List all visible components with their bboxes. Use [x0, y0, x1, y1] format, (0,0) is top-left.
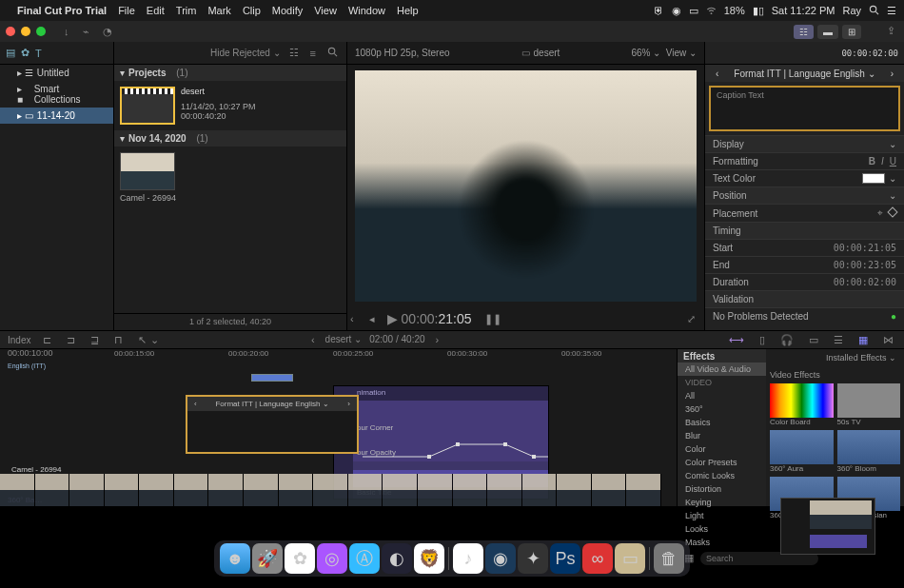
libraries-icon[interactable]: ▤	[6, 47, 15, 59]
dock-appstore[interactable]: Ⓐ	[349, 543, 380, 574]
timeline-project-name[interactable]: desert ⌄	[325, 334, 363, 345]
effect-thumb[interactable]	[770, 430, 834, 464]
caption-role-popup[interactable]: ‹ Format ITT | Language English ⌄ ›	[186, 395, 359, 454]
control-center-icon[interactable]: ☰	[887, 5, 896, 17]
solo-icon[interactable]: ▭	[806, 334, 821, 346]
battery-icon[interactable]: ▮▯	[753, 5, 764, 17]
keyframe-icon[interactable]	[887, 206, 897, 217]
fx-cat-colorpresets[interactable]: Color Presets	[678, 456, 766, 469]
timeline-history-fwd[interactable]: ›	[433, 334, 442, 345]
share-icon[interactable]: ⇪	[884, 25, 898, 39]
search-icon[interactable]	[869, 5, 879, 17]
fx-cat-masks[interactable]: Masks	[678, 536, 766, 549]
smart-collections[interactable]: ▸ ■ Smart Collections	[0, 81, 113, 108]
transitions-browser-icon[interactable]: ⋈	[880, 334, 896, 346]
caption-clip[interactable]	[251, 374, 293, 382]
menu-clip[interactable]: Clip	[243, 5, 261, 16]
role-prev[interactable]: ‹	[191, 400, 200, 408]
timeline-history-back[interactable]: ‹	[308, 334, 318, 345]
position-header[interactable]: Position⌄	[705, 186, 904, 204]
fx-cat-360[interactable]: 360°	[678, 402, 766, 416]
formatting-row[interactable]: FormattingB I U	[705, 152, 904, 169]
minimize-window[interactable]	[21, 27, 30, 36]
timeline-index-button[interactable]: Index	[8, 335, 30, 345]
titles-sidebar-icon[interactable]: T	[35, 48, 42, 59]
clock[interactable]: Sat 11:22 PM	[772, 5, 835, 16]
menu-modify[interactable]: Modify	[272, 5, 303, 16]
photos-sidebar-icon[interactable]: ✿	[21, 47, 29, 59]
display-header[interactable]: Display⌄	[705, 135, 904, 152]
dock-cc[interactable]: ∞	[582, 543, 613, 574]
validation-header[interactable]: Validation	[705, 290, 904, 307]
dock-fcp[interactable]: ✦	[518, 543, 548, 574]
append-clip-icon[interactable]: ⊒	[88, 334, 102, 346]
close-window[interactable]	[6, 27, 15, 36]
role-next[interactable]: ›	[344, 400, 353, 408]
dock-music[interactable]: ♪	[453, 543, 483, 574]
dock-trash[interactable]: 🗑	[654, 543, 684, 574]
viewer-view-menu[interactable]: View ⌄	[666, 48, 697, 58]
dock-launchpad[interactable]: 🚀	[252, 543, 283, 574]
prev-edit-icon[interactable]: ‹	[347, 313, 357, 324]
installed-effects[interactable]: Installed Effects ⌄	[826, 353, 896, 366]
keyframe-curve[interactable]	[353, 442, 548, 461]
filmstrip-icon[interactable]: ☷	[286, 47, 302, 59]
snapping-icon[interactable]: ⟷	[726, 334, 747, 346]
dock-photos[interactable]: ✿	[285, 543, 315, 574]
dock-steam[interactable]: ◐	[382, 543, 412, 574]
fx-cat-keying[interactable]: Keying	[678, 496, 766, 509]
menu-mark[interactable]: Mark	[207, 5, 230, 16]
placement-row[interactable]: Placement⌖	[705, 204, 904, 222]
dock-finder[interactable]: ☻	[220, 543, 250, 574]
insert-clip-icon[interactable]: ⊐	[64, 334, 78, 346]
fx-cat-comic[interactable]: Comic Looks	[678, 469, 766, 482]
viewer-canvas[interactable]	[355, 70, 697, 302]
menu-file[interactable]: File	[118, 5, 135, 16]
fx-cat-looks[interactable]: Looks	[678, 522, 766, 536]
menu-trim[interactable]: Trim	[176, 5, 197, 16]
caption-text-field[interactable]: Caption Text	[709, 86, 900, 131]
project-thumb-desert[interactable]	[120, 87, 175, 125]
fx-cat-all[interactable]: All Video & Audio	[678, 363, 766, 376]
fx-cat-distortion[interactable]: Distortion	[678, 482, 766, 496]
overwrite-clip-icon[interactable]: ⊓	[111, 334, 126, 346]
connect-clip-icon[interactable]: ⊏	[40, 334, 54, 346]
cloud-icon[interactable]: ◉	[672, 5, 681, 17]
display-icon[interactable]: ▭	[689, 5, 698, 17]
text-color-row[interactable]: Text Color⌄	[705, 169, 904, 186]
timing-header[interactable]: Timing	[705, 222, 904, 239]
fx-cat-color[interactable]: Color	[678, 442, 766, 456]
fx-cat-all2[interactable]: All	[678, 389, 766, 402]
layout-default[interactable]: ☷	[794, 25, 814, 39]
clip-appearance-icon[interactable]: ☰	[831, 334, 846, 346]
dock-podcasts[interactable]: ◎	[317, 543, 347, 574]
caption-format[interactable]: Format ITT | Language English ⌄	[723, 69, 885, 79]
layout-3[interactable]: ⊞	[842, 25, 861, 39]
fx-cat-light[interactable]: Light	[678, 509, 766, 522]
background-tasks-icon[interactable]: ◔	[100, 26, 115, 38]
fx-cat-blur[interactable]: Blur	[678, 429, 766, 442]
arrow-tool-icon[interactable]: ↖ ⌄	[135, 334, 161, 346]
fullscreen-icon[interactable]: ⤢	[684, 313, 698, 325]
skimming-icon[interactable]: ▯	[757, 334, 768, 346]
zoom-window[interactable]	[36, 27, 46, 36]
effects-browser-icon[interactable]: ▦	[855, 334, 871, 346]
wifi-icon[interactable]	[706, 5, 717, 17]
primary-storyline[interactable]	[0, 474, 661, 506]
effect-thumb[interactable]	[837, 430, 901, 464]
timecode-display[interactable]: ▶ 00:00:21:05	[387, 311, 472, 326]
color-swatch[interactable]	[862, 173, 885, 184]
import-icon[interactable]: ↓	[61, 26, 72, 37]
list-icon[interactable]: ≡	[307, 48, 319, 59]
menu-edit[interactable]: Edit	[147, 5, 165, 16]
dock-brave[interactable]: 🦁	[414, 543, 444, 574]
hide-rejected[interactable]: Hide Rejected ⌄	[210, 48, 281, 58]
duration-row[interactable]: Duration00:00:02:00	[705, 273, 904, 290]
viewer-zoom[interactable]: 66% ⌄	[631, 48, 660, 58]
projects-section[interactable]: ▾ Projects (1)	[114, 65, 346, 81]
dock-preview[interactable]: ▭	[615, 543, 645, 574]
user-name[interactable]: Ray	[842, 5, 861, 16]
end-row[interactable]: End00:00:23:05	[705, 256, 904, 273]
date-section[interactable]: ▾ Nov 14, 2020 (1)	[114, 130, 346, 147]
pause-icon[interactable]: ❚❚	[481, 313, 504, 325]
